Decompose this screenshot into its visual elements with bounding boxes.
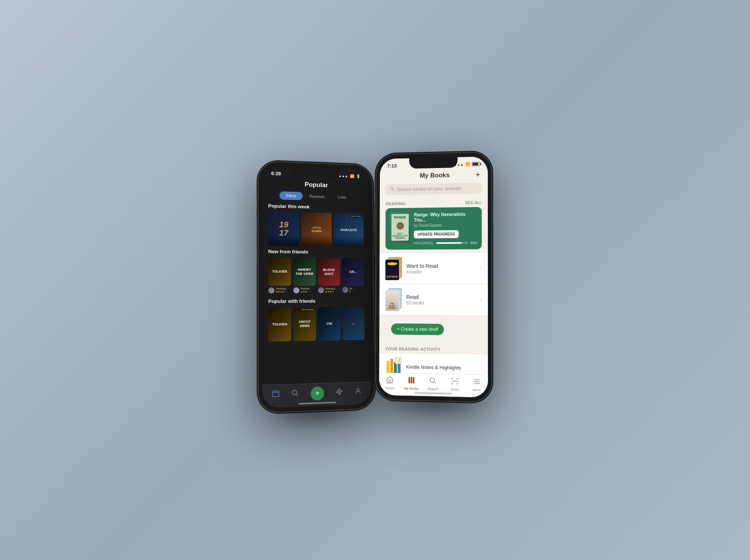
bloodshot-label: BLOODSHOT: [321, 266, 336, 277]
poster-parasite[interactable]: PARASITE Uncut Gem: [334, 213, 364, 247]
reading-activity-label: YOUR READING ACTIVITY: [379, 342, 488, 354]
tab-films[interactable]: Films: [279, 191, 303, 200]
film-status-time: 6:28: [271, 170, 281, 176]
film-nav-search[interactable]: [291, 389, 299, 399]
notch: [292, 167, 340, 179]
my-books-nav-icon: [408, 376, 415, 386]
right-phone-volume-up[interactable]: [375, 210, 376, 230]
wifi-icon: 📶: [350, 174, 354, 178]
books-search-icon: [390, 186, 394, 192]
poster-little-women[interactable]: LITTLEWOMEN: [301, 212, 332, 246]
progress-bar-background: [436, 242, 468, 244]
friends-section-title: New from friends: [268, 248, 364, 255]
left-phone-shadow: [270, 405, 363, 424]
friend-stars-dr: ♥: [349, 290, 354, 293]
books-nav-my-books[interactable]: My Books: [400, 376, 422, 390]
books-nav-more[interactable]: More: [466, 377, 488, 392]
film-nav-add[interactable]: +: [310, 386, 324, 400]
popular-with-friends-section: Popular with friends TOLKIEN Uncut Gems …: [262, 298, 370, 345]
read-cover-stack: THE SILENT PATIENT: [385, 288, 402, 311]
books-nav-home[interactable]: Home: [379, 376, 400, 390]
film-bottom-nav: +: [262, 381, 371, 408]
svg-line-13: [434, 381, 436, 383]
friend-item-bloodshot[interactable]: BLOODSHOT Keenan ★★★½: [318, 258, 340, 295]
poster-1917[interactable]: 1917: [268, 212, 299, 246]
shelf-count-read: 53 books: [406, 300, 475, 306]
mute-button[interactable]: [257, 198, 258, 212]
svg-point-6: [357, 388, 359, 391]
right-notch: [409, 157, 458, 169]
friend-item-inherit[interactable]: INHERIT THE VIPER Patrick ★★★: [293, 257, 316, 295]
svg-line-5: [296, 394, 298, 396]
poster-extra[interactable]: ...: [342, 306, 364, 340]
shelf-want-to-read[interactable]: BATMAN Want to Read 8 books ›: [380, 253, 488, 284]
poster-cw[interactable]: CW: [318, 306, 340, 341]
search-books-nav-label: Search: [428, 387, 438, 391]
friend-name-patrick: Patrick: [300, 287, 309, 290]
friend-name-timothy: Timothy: [276, 287, 286, 290]
want-to-read-info: Want to Read 8 books: [406, 263, 476, 274]
left-screen: 6:28 ▲▲▲ 📶 🔋 Popular Films Reviews Lists…: [262, 165, 371, 408]
svg-rect-0: [273, 390, 279, 396]
volume-down-button[interactable]: [257, 242, 258, 263]
progress-section: PROGRESS: 80%: [414, 241, 477, 245]
svg-point-12: [430, 378, 435, 382]
little-women-label: LITTLEWOMEN: [310, 225, 323, 234]
home-nav-icon: [386, 376, 394, 385]
tab-lists[interactable]: Lists: [332, 193, 353, 201]
tolkien-label: TOLKIEN: [271, 268, 289, 275]
shelf-name-read: Read: [406, 294, 475, 300]
right-phone-mute-button[interactable]: [375, 191, 376, 204]
friend-stars-timothy: ★★★½: [276, 290, 286, 293]
books-nav-search[interactable]: Search: [422, 377, 444, 391]
range-book-cover: RANGE WHY GENERALISTS TRIUMPH: [390, 212, 410, 242]
film-nav-films[interactable]: [272, 390, 280, 399]
reading-book-author: by David Epstein: [414, 223, 477, 228]
books-nav-scan[interactable]: Scan: [444, 377, 466, 392]
film-nav-profile[interactable]: [354, 387, 362, 397]
popular-posters-row: 1917 LITTLEWOMEN: [268, 212, 364, 247]
shelf-name-want-to-read: Want to Read: [406, 263, 476, 269]
power-button[interactable]: [373, 212, 374, 238]
cw-label: CW: [325, 320, 334, 327]
friend-avatar-patrick: [293, 287, 299, 293]
tolkien2-label: TOLKIEN: [271, 320, 289, 328]
right-phone-volume-down[interactable]: [375, 234, 376, 254]
range-cover-subtitle: WHY GENERALISTS TRIUMPH: [392, 232, 408, 239]
profile-nav-icon: [354, 387, 362, 397]
friend-item-tolkien[interactable]: TOLKIEN Timothy ★★★½: [268, 257, 291, 295]
friend-avatar-timothy: [268, 287, 274, 293]
kindle-chevron-icon: ›: [480, 365, 482, 371]
shelf-read[interactable]: THE SILENT PATIENT Read 53 books ›: [380, 284, 488, 315]
search-nav-icon: [291, 389, 299, 399]
poster-uncut-gems[interactable]: Uncut Gems Uncut Gems: [293, 307, 316, 341]
update-progress-button[interactable]: UPDATE PROGRESS: [414, 230, 459, 238]
create-shelf-button[interactable]: + Create a new shelf: [391, 323, 444, 335]
svg-line-1: [273, 392, 279, 393]
kindle-book-2: [390, 359, 393, 374]
more-nav-label: More: [473, 388, 481, 392]
read-shelf-info: Read 53 books: [406, 294, 475, 306]
right-phone-power-button[interactable]: [492, 201, 493, 227]
reading-card[interactable]: RANGE WHY GENERALISTS TRIUMPH Range: Why…: [386, 207, 482, 249]
friend-stars-keenan: ★★★½: [325, 290, 335, 293]
kindle-note-icon: 📝: [395, 357, 402, 364]
volume-up-button[interactable]: [257, 217, 258, 238]
svg-line-8: [393, 189, 394, 191]
friend-stars-patrick: ★★★: [300, 290, 309, 293]
friend-item-greyhound[interactable]: GR... Dr... ♥: [342, 258, 364, 295]
right-phone-shadow: [387, 396, 480, 413]
signal-icon: ▲▲▲: [338, 174, 348, 178]
tab-reviews[interactable]: Reviews: [303, 192, 331, 201]
see-all-button[interactable]: SEE ALL: [465, 200, 482, 205]
new-from-friends-section: New from friends TOLKIEN Timothy ★★★½: [262, 248, 370, 298]
silent-patient-art: THE SILENT PATIENT: [386, 291, 398, 310]
books-search-bar[interactable]: Search books on your shelves: [386, 182, 482, 195]
battery-icon: 🔋: [356, 174, 360, 178]
search-books-nav-icon: [429, 377, 437, 386]
books-add-button[interactable]: +: [476, 170, 480, 179]
film-nav-activity[interactable]: [336, 387, 343, 397]
uncut-gems-label: Uncut Gems: [293, 318, 316, 330]
add-nav-button[interactable]: +: [310, 386, 324, 400]
poster-tolkien-2[interactable]: TOLKIEN: [268, 307, 291, 341]
